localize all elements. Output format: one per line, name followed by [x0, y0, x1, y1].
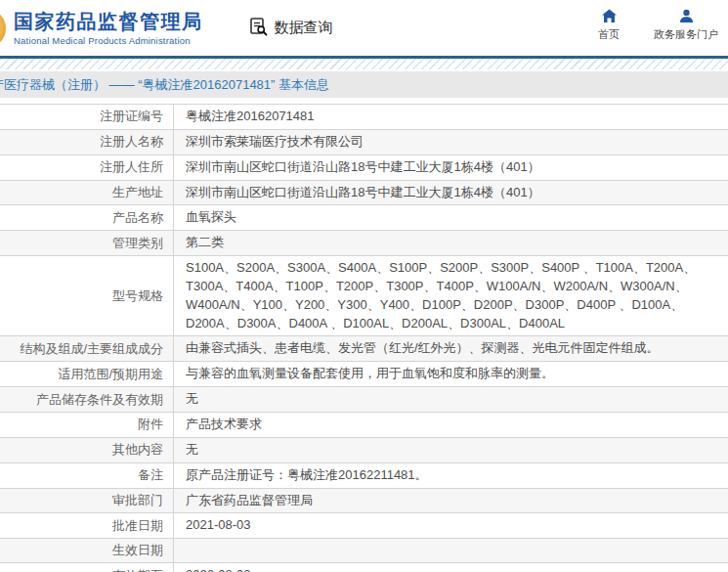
table-row: 适用范围/预期用途与兼容的血氧测量设备配套使用，用于血氧饱和度和脉率的测量。 [0, 362, 728, 387]
row-label-text: 型号规格 [112, 287, 163, 305]
nmpa-logo[interactable]: 国家药品监督管理局 National Medical Products Admi… [0, 9, 203, 48]
row-value: 与兼容的血氧测量设备配套使用，用于血氧饱和度和脉率的测量。 [174, 362, 728, 386]
row-value: 产品技术要求 [174, 413, 728, 437]
row-label: 注册人住所 [0, 155, 174, 180]
row-value: 2026-08-02 [174, 563, 728, 572]
data-query-label: 数据查询 [275, 19, 333, 37]
row-label: 结构及组成/主要组成成分 [0, 336, 174, 361]
row-label-text: 产品名称 [112, 209, 163, 227]
row-value [174, 539, 728, 562]
table-row: 产品储存条件及有效期无 [0, 387, 728, 413]
row-label: 备注 [0, 463, 174, 488]
row-label-text: 注册人住所 [100, 158, 163, 176]
doc-search-icon [248, 17, 269, 40]
row-label-text: 注册证编号 [100, 108, 163, 125]
header-nav: 首页 政务服务门户 [589, 9, 718, 42]
row-label-text: 注册人名称 [100, 133, 163, 151]
row-label: 型号规格 [0, 256, 174, 335]
row-label-text: 审批部门 [112, 492, 163, 509]
row-label-text: 其他内容 [112, 441, 163, 459]
page: 国家药品监督管理局 National Medical Products Admi… [0, 0, 728, 572]
row-value: 深圳市南山区蛇口街道沿山路18号中建工业大厦1栋4楼（401） [174, 181, 728, 205]
row-value: 第二类 [174, 231, 728, 255]
row-value: 原产品注册证号：粤械注准20162211481。 [174, 463, 728, 488]
row-label-text: 生产地址 [112, 184, 163, 201]
nmpa-emblem-icon [0, 9, 6, 48]
nav-gov-portal-label: 政务服务门户 [654, 27, 718, 42]
nav-home[interactable]: 首页 [589, 9, 628, 42]
breadcrumb: 产医疗器械（注册） —— “粤械注准20162071481” 基本信息 [0, 71, 728, 98]
row-value: 2021-08-03 [174, 513, 728, 538]
row-value-text: 无 [186, 441, 198, 460]
nav-home-label: 首页 [598, 27, 620, 42]
row-value-text: 2021-08-03 [186, 516, 251, 535]
row-label: 注册证编号 [0, 105, 174, 129]
row-label: 生效日期 [0, 539, 174, 562]
table-row: 管理类别第二类 [0, 231, 728, 256]
row-value-text: 产品技术要求 [186, 416, 262, 434]
nav-gov-portal[interactable]: 政务服务门户 [654, 9, 718, 42]
row-value: 无 [174, 438, 728, 462]
row-value-text: 第二类 [186, 234, 224, 252]
table-row: 其他内容无 [0, 438, 728, 463]
row-value-text: 与兼容的血氧测量设备配套使用，用于血氧饱和度和脉率的测量。 [186, 365, 554, 383]
row-value-text: 无 [186, 390, 198, 409]
table-row: 备注原产品注册证号：粤械注准20162211481。 [0, 463, 728, 489]
row-value: 深圳市南山区蛇口街道沿山路18号中建工业大厦1栋4楼（401） [174, 155, 728, 180]
row-label-text: 管理类别 [112, 235, 163, 252]
row-value: S100A、S200A、S300A、S400A、S100P、S200P、S300… [174, 256, 728, 335]
row-label-text: 适用范围/预期用途 [58, 366, 163, 383]
row-label-text: 附件 [138, 416, 163, 433]
row-label: 产品储存条件及有效期 [0, 387, 174, 412]
row-label-text: 有效期至 [112, 567, 163, 572]
row-label-text: 结构及组成/主要组成成分 [20, 340, 163, 358]
row-label: 有效期至 [0, 563, 174, 572]
table-row: 注册人住所深圳市南山区蛇口街道沿山路18号中建工业大厦1栋4楼（401） [0, 155, 728, 181]
row-label-text: 产品储存条件及有效期 [36, 391, 163, 409]
logo-title: 国家药品监督管理局 [14, 11, 203, 33]
row-value-text: 深圳市南山区蛇口街道沿山路18号中建工业大厦1栋4楼（401） [186, 158, 540, 177]
row-label-text: 批准日期 [112, 517, 163, 535]
data-query-tab[interactable]: 数据查询 [248, 17, 333, 40]
hatch-pattern-strip [0, 59, 728, 69]
row-value: 深圳市索莱瑞医疗技术有限公司 [174, 130, 728, 154]
row-value-text: 由兼容式插头、患者电缆、发光管（红光/红外光）、探测器、光电元件固定件组成。 [186, 339, 660, 358]
row-value: 由兼容式插头、患者电缆、发光管（红光/红外光）、探测器、光电元件固定件组成。 [174, 336, 728, 361]
home-icon [601, 9, 618, 23]
row-label: 管理类别 [0, 231, 174, 255]
row-value: 血氧探头 [174, 205, 728, 230]
row-value-text: 深圳市索莱瑞医疗技术有限公司 [186, 133, 364, 152]
row-label: 产品名称 [0, 205, 174, 230]
table-row: 型号规格S100A、S200A、S300A、S400A、S100P、S200P、… [0, 256, 728, 336]
row-label: 注册人名称 [0, 130, 174, 154]
table-row: 注册人名称深圳市索莱瑞医疗技术有限公司 [0, 130, 728, 155]
page-title: 产医疗器械（注册） —— “粤械注准20162071481” 基本信息 [0, 76, 329, 94]
row-label: 审批部门 [0, 489, 174, 513]
row-label: 附件 [0, 413, 174, 437]
row-value: 广东省药品监督管理局 [174, 489, 728, 513]
logo-text: 国家药品监督管理局 National Medical Products Admi… [14, 11, 203, 46]
row-value-text: 2026-08-02 [186, 566, 251, 572]
user-icon [679, 9, 694, 23]
row-value: 无 [174, 387, 728, 412]
row-value-text: 原产品注册证号：粤械注准20162211481。 [186, 466, 428, 485]
table-row: 产品名称血氧探头 [0, 205, 728, 231]
row-value-text: 广东省药品监督管理局 [186, 492, 313, 510]
table-row: 生产地址深圳市南山区蛇口街道沿山路18号中建工业大厦1栋4楼（401） [0, 181, 728, 206]
table-row: 结构及组成/主要组成成分由兼容式插头、患者电缆、发光管（红光/红外光）、探测器、… [0, 336, 728, 362]
table-row: 附件产品技术要求 [0, 413, 728, 438]
row-label-text: 备注 [138, 466, 163, 484]
table-row: 审批部门广东省药品监督管理局 [0, 489, 728, 514]
table-row: 批准日期2021-08-03 [0, 513, 728, 539]
row-label: 适用范围/预期用途 [0, 362, 174, 386]
registration-info-table: 注册证编号粤械注准20162071481注册人名称深圳市索莱瑞医疗技术有限公司注… [0, 104, 728, 572]
row-value-text: 血氧探头 [186, 208, 236, 227]
table-row: 注册证编号粤械注准20162071481 [0, 105, 728, 130]
logo-subtitle: National Medical Products Administration [14, 35, 203, 46]
row-label-text: 生效日期 [112, 542, 163, 559]
row-label: 生产地址 [0, 181, 174, 205]
row-label: 其他内容 [0, 438, 174, 462]
row-value-text: 深圳市南山区蛇口街道沿山路18号中建工业大厦1栋4楼（401） [186, 184, 540, 202]
table-row: 生效日期 [0, 539, 728, 563]
row-value: 粤械注准20162071481 [174, 105, 728, 129]
